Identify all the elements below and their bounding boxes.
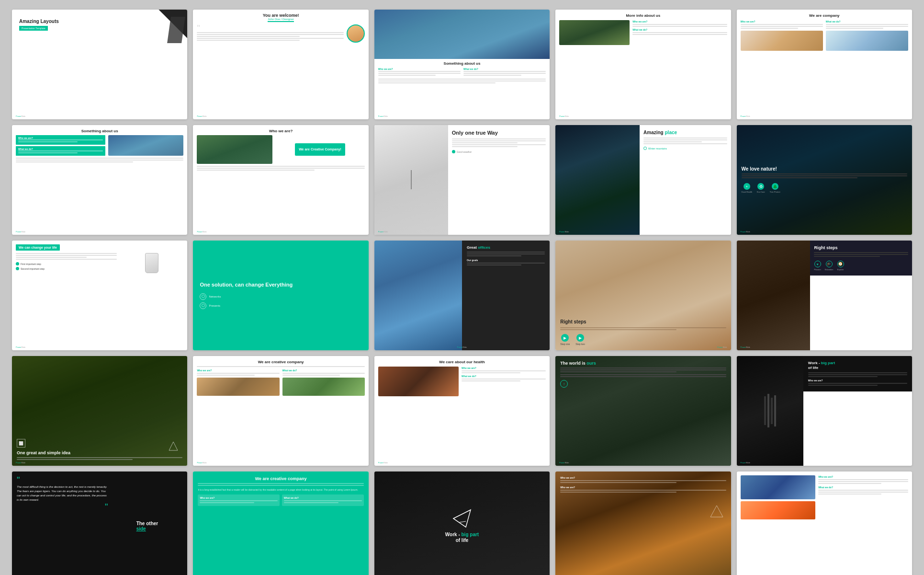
slide-19-world-is-ours: The world is ours ! PowerSlide bbox=[555, 356, 731, 466]
slide-17-creative-company: We are creative company Who we are? What… bbox=[193, 356, 368, 466]
slide-1-footer: PowerSlide bbox=[16, 115, 25, 117]
slide-grid: Amazing Layouts Presentation Template Po… bbox=[12, 10, 912, 575]
slide-3-footer: PowerSlide bbox=[378, 115, 388, 117]
slide-25-img2 bbox=[741, 501, 816, 519]
slide-7-who-we-are: Who we are? We are Creative Company! Pow… bbox=[193, 125, 368, 235]
slide-3-col1-title: Who we are? bbox=[378, 68, 461, 70]
slide-17-sec2-title: What we do? bbox=[282, 369, 365, 372]
slide-8-tag-dot bbox=[452, 150, 455, 153]
slide-2-welcome: You are welcome! John Doe / Designer " P… bbox=[193, 10, 368, 119]
slide-14-footer: PowerSlide bbox=[717, 346, 727, 348]
slide-9-title: Amazing place bbox=[643, 130, 727, 136]
slide-5-title: We are company bbox=[741, 13, 908, 18]
slide-25-flower-sunset: Who we are? What we do? PowerSlide bbox=[737, 472, 912, 575]
slide-12-item2: Presents bbox=[209, 304, 220, 307]
slide-11-title: We can change your life bbox=[16, 244, 60, 251]
slide-18-sec1-title: Who we are? bbox=[462, 367, 546, 369]
slide-13-goals-title: Our goals bbox=[467, 259, 545, 262]
slide-13-image bbox=[374, 241, 462, 350]
slide-9-image bbox=[555, 125, 640, 235]
slide-15-title: Right steps bbox=[814, 245, 908, 250]
slide-10-title: We love nature! bbox=[742, 166, 907, 172]
slide-18-sec2-title: What we do? bbox=[462, 375, 546, 378]
slide-10-icon1: + bbox=[744, 183, 750, 190]
slide-24-sec2-title: Who we are? bbox=[560, 486, 726, 489]
slide-7-footer: PowerSlide bbox=[197, 230, 206, 233]
slide-5-we-are-company: We are company Who we are? What we do? P… bbox=[737, 10, 912, 119]
slide-15-icon3: 🧭 bbox=[837, 261, 844, 267]
slide-12-one-solution: One solution, can change Everything ⬡ Ne… bbox=[193, 241, 368, 350]
slide-10-we-love-nature: We love nature! + Good Health ♻ Eco Care… bbox=[737, 125, 912, 235]
slide-23-work-big-dark: Work - big part of life PowerSlide bbox=[374, 472, 550, 575]
slide-11-step1: First important step bbox=[21, 263, 41, 265]
slide-21-quote: The most difficult thing is the decision… bbox=[17, 485, 108, 502]
slide-3-something-about-us: Something about us Who we are? What we d… bbox=[374, 10, 550, 119]
slide-6-title: Something about us bbox=[16, 129, 183, 133]
slide-17-image1 bbox=[197, 378, 279, 396]
slide-15-footer: PowerSlide bbox=[741, 346, 750, 348]
slide-5-img1 bbox=[741, 31, 823, 51]
slide-19-title: The world is ours bbox=[560, 361, 726, 366]
slide-20-work-big-part: Work - big partof life Who we are? Power… bbox=[737, 356, 912, 466]
slide-11-step1-dot bbox=[16, 262, 19, 265]
slide-13-title: Great offices bbox=[467, 245, 545, 250]
slide-2-avatar bbox=[347, 24, 365, 43]
slide-3-image bbox=[374, 10, 550, 59]
slide-22-creative-company-teal: We are creative company It is a long est… bbox=[193, 472, 368, 575]
slide-24-triangle-icon bbox=[710, 505, 724, 518]
slide-15-image bbox=[737, 241, 811, 350]
svg-marker-4 bbox=[710, 506, 723, 517]
slide-7-title: Who we are? bbox=[197, 129, 364, 133]
slide-8-only-one-true-way: Only one true Way Good weather PowerSlid… bbox=[374, 125, 550, 235]
slide-22-title: We are creative company bbox=[198, 476, 363, 481]
slide-7-image bbox=[197, 135, 272, 164]
slide-5-col1-title: Who we are? bbox=[741, 20, 823, 23]
slide-18-title: We care about our health bbox=[378, 360, 546, 364]
slide-1-title: Amazing Layouts bbox=[19, 18, 180, 24]
slide-17-footer: PowerSlide bbox=[197, 461, 206, 464]
slide-1-subtitle: Presentation Template bbox=[19, 26, 48, 31]
slide-8-tag: Good weather bbox=[457, 150, 472, 153]
slide-13-great-offices: Great offices Our goals PowerSlide bbox=[374, 241, 550, 350]
slide-2-quote-mark: " bbox=[197, 24, 343, 32]
slide-8-image bbox=[374, 125, 448, 235]
slide-16-box-icon: ⬜ bbox=[17, 439, 25, 448]
slide-12-item1: Networks bbox=[209, 295, 221, 298]
slide-14-right-steps-wood: Right steps ▶ Step one ▶ Step two PowerS… bbox=[555, 241, 731, 350]
slide-11-change-life: We can change your life First important … bbox=[12, 241, 187, 350]
slide-14-step1-circle: ▶ bbox=[561, 334, 569, 342]
slide-6-image bbox=[108, 135, 184, 156]
slide-15-icon2: 🎓 bbox=[826, 261, 833, 267]
slide-8-title: Only one true Way bbox=[452, 130, 546, 136]
slide-18-footer: PowerSlide bbox=[378, 461, 388, 464]
slide-14-step2-circle: ▶ bbox=[576, 334, 584, 342]
slide-16-title: One great and simple idea bbox=[17, 450, 182, 456]
slide-16-great-simple-idea: ⬜ One great and simple idea PowerSlide bbox=[12, 356, 187, 466]
slide-19-circle-icon: ! bbox=[560, 380, 568, 388]
slide-5-col2-title: What we do? bbox=[826, 20, 908, 23]
slide-19-footer: PowerSlide bbox=[559, 461, 569, 464]
slide-14-step2: Step two bbox=[575, 343, 585, 345]
slide-2-footer: PowerSlide bbox=[197, 115, 206, 117]
slide-3-title: Something about us bbox=[378, 61, 546, 66]
slide-25-img1 bbox=[741, 475, 816, 499]
slide-4-footer: PowerSlide bbox=[559, 115, 569, 117]
slide-1-amazing-layouts: Amazing Layouts Presentation Template Po… bbox=[12, 10, 187, 119]
slide-21-quote-open: " bbox=[17, 476, 108, 484]
slide-21-title: The other side bbox=[136, 521, 158, 531]
slide-8-footer: PowerSlide bbox=[378, 230, 388, 233]
slide-9-footer: PowerSlide bbox=[559, 230, 569, 233]
slide-22-text: It is a long established fact that a rea… bbox=[198, 488, 363, 492]
svg-line-2 bbox=[453, 518, 466, 527]
slide-4-image bbox=[559, 20, 630, 45]
slide-2-name: John Doe / Designer bbox=[268, 18, 294, 22]
slide-6-footer: PowerSlide bbox=[16, 230, 25, 233]
slide-4-sec2-title: What we do? bbox=[632, 28, 727, 31]
slide-20-image bbox=[737, 356, 803, 466]
slide-15-right-steps-dark: Right steps ♥ Passion 🎓 Education 🧭 Expl… bbox=[737, 241, 912, 350]
slide-4-title: More info about us bbox=[559, 13, 727, 18]
slide-22-col1-title: Who we are? bbox=[200, 496, 278, 499]
slide-2-title: You are welcome! bbox=[197, 13, 364, 18]
slide-21-other-side: " The most difficult thing is the decisi… bbox=[12, 472, 187, 575]
slide-12-icon2: ⬡ bbox=[200, 302, 206, 309]
